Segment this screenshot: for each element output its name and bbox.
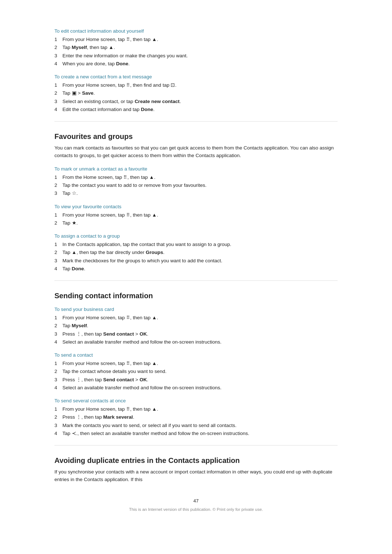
subsection-title-send-contact: To send a contact bbox=[54, 352, 338, 358]
subsection-title-view: To view your favourite contacts bbox=[54, 204, 338, 209]
section-heading-avoiding: Avoiding duplicate entries in the Contac… bbox=[54, 456, 338, 465]
section-divider-3 bbox=[54, 445, 338, 446]
list-item: 4 When you are done, tap Done. bbox=[54, 60, 338, 67]
section-divider-1 bbox=[54, 121, 338, 122]
favourites-intro: You can mark contacts as favourites so t… bbox=[54, 144, 338, 160]
list-item: 2 Tap ★. bbox=[54, 219, 338, 227]
list-item: 2 Tap ▣ > Save. bbox=[54, 90, 338, 97]
list-item: 1 From your Home screen, tap ⠿, then tap… bbox=[54, 360, 338, 367]
list-item: 1 From your Home screen, tap ⠿, then tap… bbox=[54, 406, 338, 413]
subsection-view-favourites: To view your favourite contacts 1 From y… bbox=[54, 204, 338, 227]
subsection-title-edit: To edit contact information about yourse… bbox=[54, 28, 338, 34]
list-item: 1 From your Home screen, tap ⠿, then tap… bbox=[54, 314, 338, 321]
subsection-title-mark: To mark or unmark a contact as a favouri… bbox=[54, 166, 338, 172]
subsection-send-several: To send several contacts at once 1 From … bbox=[54, 398, 338, 437]
list-item: 2 Tap ▲, then tap the bar directly under… bbox=[54, 249, 338, 256]
list-item: 1 In the Contacts application, tap the c… bbox=[54, 241, 338, 248]
list-item: 3 Tap ☆. bbox=[54, 190, 338, 197]
subsection-title-business-card: To send your business card bbox=[54, 307, 338, 312]
list-item: 3 Enter the new information or make the … bbox=[54, 52, 338, 59]
steps-mark: 1 From the Home screen, tap ⠿, then tap … bbox=[54, 174, 338, 197]
section-create-contact: To create a new contact from a text mess… bbox=[54, 74, 338, 113]
list-item: 2 Tap the contact you want to add to or … bbox=[54, 182, 338, 189]
subsection-title-send-several: To send several contacts at once bbox=[54, 398, 338, 403]
section-divider-2 bbox=[54, 280, 338, 281]
page-number: 47 bbox=[54, 498, 338, 504]
avoiding-intro: If you synchronise your contacts with a … bbox=[54, 468, 338, 484]
subsection-title-assign: To assign a contact to a group bbox=[54, 233, 338, 239]
list-item: 2 Tap Myself. bbox=[54, 322, 338, 329]
list-item: 1 From your Home screen, tap ⠿, then tap… bbox=[54, 36, 338, 43]
list-item: 3 Mark the checkboxes for the groups to … bbox=[54, 257, 338, 264]
steps-send-contact: 1 From your Home screen, tap ⠿, then tap… bbox=[54, 360, 338, 391]
page-content: To edit contact information about yourse… bbox=[54, 0, 338, 541]
list-item: 2 Press ⋮, then tap Mark several. bbox=[54, 414, 338, 421]
steps-create: 1 From your Home screen, tap ⠿, then fin… bbox=[54, 82, 338, 113]
section-heading-favourites: Favourites and groups bbox=[54, 132, 338, 141]
list-item: 1 From your Home screen, tap ⠿, then fin… bbox=[54, 82, 338, 89]
subsection-send-contact: To send a contact 1 From your Home scree… bbox=[54, 352, 338, 391]
list-item: 1 From your Home screen, tap ⠿, then tap… bbox=[54, 212, 338, 219]
subsection-title-create: To create a new contact from a text mess… bbox=[54, 74, 338, 79]
list-item: 3 Select an existing contact, or tap Cre… bbox=[54, 98, 338, 105]
section-favourites: Favourites and groups You can mark conta… bbox=[54, 132, 338, 272]
list-item: 4 Tap ≺., then select an available trans… bbox=[54, 430, 338, 437]
subsection-mark-favourite: To mark or unmark a contact as a favouri… bbox=[54, 166, 338, 197]
footer-text: This is an Internet version of this publ… bbox=[54, 507, 338, 512]
section-sending: Sending contact information To send your… bbox=[54, 292, 338, 437]
list-item: 3 Press ⋮, then tap Send contact > OK. bbox=[54, 331, 338, 338]
subsection-business-card: To send your business card 1 From your H… bbox=[54, 307, 338, 346]
list-item: 1 From the Home screen, tap ⠿, then tap … bbox=[54, 174, 338, 181]
steps-business-card: 1 From your Home screen, tap ⠿, then tap… bbox=[54, 314, 338, 346]
list-item: 4 Select an available transfer method an… bbox=[54, 338, 338, 346]
subsection-assign-group: To assign a contact to a group 1 In the … bbox=[54, 233, 338, 272]
section-avoiding-duplicates: Avoiding duplicate entries in the Contac… bbox=[54, 456, 338, 484]
list-item: 3 Press ⋮, then tap Send contact > OK. bbox=[54, 376, 338, 383]
steps-send-several: 1 From your Home screen, tap ⠿, then tap… bbox=[54, 406, 338, 437]
list-item: 2 Tap Myself, then tap ▲. bbox=[54, 44, 338, 51]
section-heading-sending: Sending contact information bbox=[54, 292, 338, 300]
list-item: 3 Mark the contacts you want to send, or… bbox=[54, 422, 338, 429]
section-edit-contact: To edit contact information about yourse… bbox=[54, 28, 338, 67]
steps-view: 1 From your Home screen, tap ⠿, then tap… bbox=[54, 212, 338, 227]
list-item: 4 Tap Done. bbox=[54, 265, 338, 272]
list-item: 4 Edit the contact information and tap D… bbox=[54, 106, 338, 113]
list-item: 2 Tap the contact whose details you want… bbox=[54, 368, 338, 375]
steps-assign: 1 In the Contacts application, tap the c… bbox=[54, 241, 338, 272]
list-item: 4 Select an available transfer method an… bbox=[54, 384, 338, 391]
steps-edit: 1 From your Home screen, tap ⠿, then tap… bbox=[54, 36, 338, 67]
